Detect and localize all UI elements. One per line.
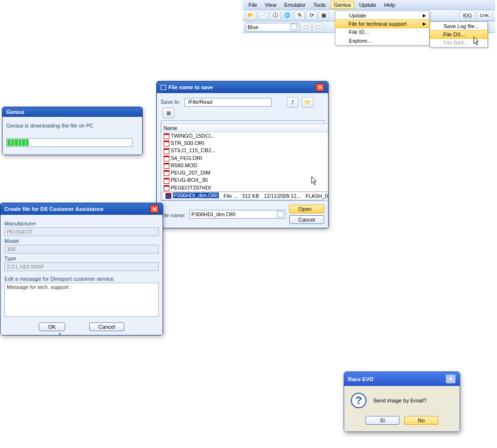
save-to-path[interactable]: /File/Read xyxy=(184,98,272,107)
file-open-dialog: File name to save ✕ Save to: /File/Read … xyxy=(156,81,329,228)
new-folder-icon[interactable]: 📁 xyxy=(302,97,314,108)
up-folder-icon[interactable]: ⤴ xyxy=(287,97,298,108)
table-row[interactable]: PEGEOT207HDIFile ...640 KB15/10/2009 14.… xyxy=(162,184,329,192)
toolbar-grid-icon[interactable]: ▦ xyxy=(318,11,329,20)
close-icon[interactable]: ✕ xyxy=(446,374,456,384)
ds-dialog: Create file for DS Customer Assistance ✕… xyxy=(0,203,163,336)
si-button[interactable]: Sì xyxy=(365,416,399,425)
download-dialog: Genius Genius is downloading the file on… xyxy=(2,107,143,155)
file-icon xyxy=(164,133,169,139)
menu-update[interactable]: Update xyxy=(356,1,379,8)
toolbar-globe-icon[interactable]: 🌐 xyxy=(282,11,293,20)
table-row[interactable]: R580.MODFile ...448 KB01/09/2009 11...FL… xyxy=(162,162,329,169)
type-input[interactable] xyxy=(4,262,159,271)
file-icon xyxy=(164,148,169,154)
msgbox-text: Send image by Email? xyxy=(373,398,427,403)
view-icon[interactable]: ⊞ xyxy=(163,108,174,118)
toolbar2-btn-1[interactable]: ⬚ xyxy=(300,22,311,32)
color-select-value: Blue xyxy=(248,24,258,30)
cancel-button[interactable]: Cancel xyxy=(289,215,324,224)
submenu-save-log[interactable]: Save Log file... xyxy=(430,22,487,31)
chevron-down-icon xyxy=(277,211,283,217)
file-icon xyxy=(164,156,169,161)
menu-tools[interactable]: Tools xyxy=(310,1,329,8)
file-icon xyxy=(164,178,169,184)
download-dialog-title: Genius xyxy=(2,107,142,117)
menu-emulator[interactable]: Emulator xyxy=(281,1,308,8)
close-icon[interactable]: ✕ xyxy=(315,83,324,91)
chevron-right-icon: ▶ xyxy=(423,21,426,26)
menu-help[interactable]: Help xyxy=(381,1,398,8)
file-icon xyxy=(164,185,169,191)
menu-view[interactable]: View xyxy=(262,1,280,8)
download-progress xyxy=(6,138,133,147)
ds-dialog-title: Create file for DS Customer Assistance xyxy=(4,206,103,212)
file-icon xyxy=(164,163,169,169)
file-icon xyxy=(164,141,169,146)
no-button[interactable]: No xyxy=(404,416,438,425)
filename-input[interactable]: P306HDI_dim.ORI xyxy=(189,210,285,219)
table-row[interactable]: PEUG-BOX_30File _...640 KB08/09/2009 10.… xyxy=(162,176,329,184)
genius-menu-fts[interactable]: File for technical support▶ xyxy=(335,19,430,28)
download-status-text: Genius is downloading the file on PC xyxy=(6,123,138,128)
genius-menu-fileid[interactable]: File ID... xyxy=(335,28,429,36)
col-name[interactable]: Name xyxy=(162,124,329,132)
chevron-down-icon xyxy=(291,24,297,30)
menubar: File View Emulator Tools Genius Update H… xyxy=(243,0,495,10)
toolbar2-btn-2[interactable]: ⬚ xyxy=(313,22,323,32)
chevron-right-icon: ▶ xyxy=(423,13,426,18)
genius-dropdown: Update▶ File for technical support▶ File… xyxy=(335,11,430,46)
filename-label: File name: xyxy=(161,212,185,218)
file-icon xyxy=(164,170,169,176)
table-row[interactable]: P306HDI_dim.ORIFile ...512 KB12/11/2009 … xyxy=(162,192,329,200)
menu-file[interactable]: File xyxy=(246,1,260,8)
message-textarea[interactable]: Message for tech. support : xyxy=(4,283,159,317)
file-list[interactable]: Name Attributes Dimens... Modify date Pr… xyxy=(161,124,329,200)
save-to-row: Save to: /File/Read ⤴ 📁 ⊞ xyxy=(161,97,324,118)
table-row[interactable]: S4_FEG.ORIFile ...1,00 ...21/10/2009 15.… xyxy=(162,155,329,162)
file-icon xyxy=(166,193,171,199)
toolbar-info-icon[interactable]: ⓘ xyxy=(270,11,281,20)
ok-button[interactable]: OK xyxy=(39,322,65,331)
fts-submenu: Save Log file... File DS... File BAK... xyxy=(430,21,488,48)
toolbar-doc-icon[interactable]: 📄 xyxy=(258,11,268,20)
msgbox-title: Race EVO xyxy=(348,376,374,382)
open-button[interactable]: Open xyxy=(289,205,324,213)
file-dialog-title: File name to save xyxy=(168,84,213,90)
submenu-file-bak: File BAK... xyxy=(430,38,487,47)
table-row[interactable]: STILO_115_CB2...File 1...512 KB08/03/201… xyxy=(162,147,329,154)
manufacturer-label: Manufacturer xyxy=(4,221,159,226)
table-row[interactable]: TWINGO_15DCI...File ...128 KB24/09/2009 … xyxy=(162,132,329,140)
confirm-msgbox: Race EVO ✕ ? Send image by Email? Sì No xyxy=(344,371,460,432)
edit-msg-label: Edit a message for Dimsport customer ser… xyxy=(4,276,159,282)
close-icon[interactable]: ✕ xyxy=(150,205,159,213)
cancel-button[interactable]: Cancel xyxy=(89,322,124,331)
menu-genius[interactable]: Genius xyxy=(331,1,354,9)
toolbar-tool-icon[interactable]: ✎ xyxy=(294,11,305,20)
model-input[interactable] xyxy=(4,245,159,254)
dialog-icon xyxy=(161,85,166,90)
color-select[interactable]: Blue xyxy=(246,23,299,32)
save-to-label: Save to: xyxy=(161,99,180,105)
genius-menu-explore[interactable]: Explore... xyxy=(335,36,429,45)
manufacturer-input[interactable] xyxy=(4,227,159,236)
app-menubar-area: File View Emulator Tools Genius Update H… xyxy=(243,0,495,33)
model-label: Model xyxy=(4,238,159,244)
toolbar-open-icon[interactable]: 📂 xyxy=(246,11,256,20)
table-row[interactable]: PEUG_207_DIMFile ...640 KB09/10/2009 09.… xyxy=(162,169,329,176)
toolbar-fx-button[interactable]: f(X) xyxy=(460,11,475,20)
toolbar-sync-icon[interactable]: ⟳ xyxy=(306,11,317,20)
submenu-file-ds[interactable]: File DS... xyxy=(430,30,488,39)
table-row[interactable]: STR_500.ORIFile ...2,00 ...17/12/2009 13… xyxy=(162,140,329,147)
toolbar-chk-button[interactable]: CHK xyxy=(477,11,492,20)
type-label: Type xyxy=(4,256,159,261)
genius-menu-update[interactable]: Update▶ xyxy=(335,11,429,20)
question-icon: ? xyxy=(351,393,366,408)
